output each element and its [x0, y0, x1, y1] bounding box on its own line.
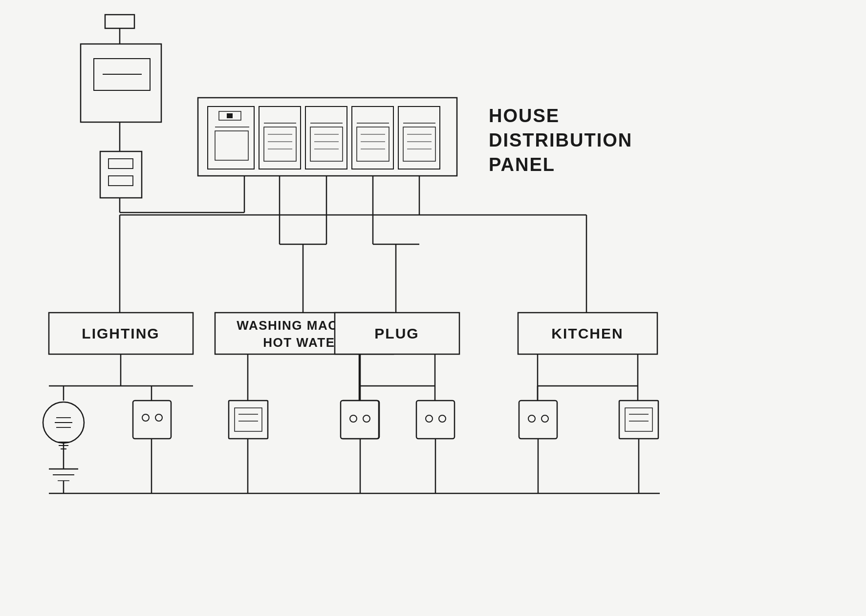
svg-rect-102 — [519, 401, 557, 439]
svg-rect-9 — [108, 176, 133, 186]
svg-rect-1 — [105, 15, 134, 28]
svg-point-97 — [350, 415, 357, 422]
svg-point-104 — [541, 415, 548, 422]
svg-rect-106 — [625, 408, 652, 431]
svg-point-103 — [528, 415, 535, 422]
lighting-label: LIGHTING — [82, 325, 159, 341]
svg-rect-99 — [416, 401, 455, 439]
svg-rect-86 — [133, 401, 171, 439]
panel-label-3: PANEL — [489, 154, 555, 175]
svg-rect-39 — [403, 127, 435, 161]
kitchen-label: KITCHEN — [551, 325, 623, 341]
svg-point-87 — [142, 414, 149, 421]
panel-label: HOUSE — [489, 106, 560, 126]
svg-point-101 — [439, 415, 446, 422]
washing-label-2: HOT WATER — [263, 335, 345, 350]
svg-rect-21 — [264, 127, 296, 161]
svg-rect-18 — [215, 131, 248, 160]
svg-point-100 — [426, 415, 433, 422]
plug-label: PLUG — [374, 325, 419, 341]
svg-rect-27 — [310, 127, 343, 161]
panel-label-2: DISTRIBUTION — [489, 130, 632, 150]
svg-rect-16 — [227, 113, 233, 118]
svg-rect-90 — [235, 408, 262, 431]
svg-rect-96 — [341, 401, 379, 439]
diagram-container: HOUSE DISTRIBUTION PANEL — [0, 0, 866, 616]
svg-rect-33 — [357, 127, 389, 161]
svg-rect-8 — [108, 159, 133, 169]
svg-point-88 — [155, 414, 162, 421]
svg-point-98 — [363, 415, 370, 422]
